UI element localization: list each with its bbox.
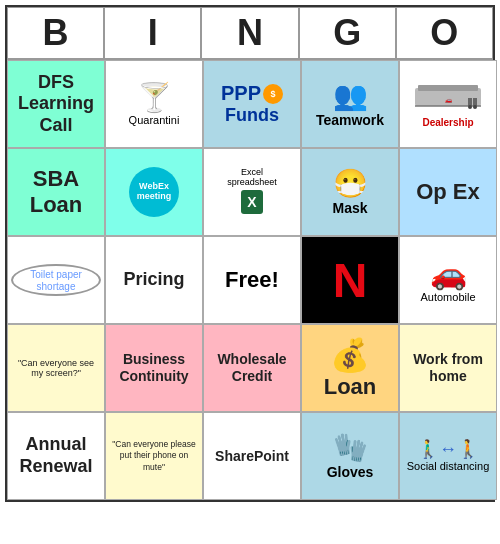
loan-text: Loan — [324, 374, 377, 400]
cell-pricing: Pricing — [105, 236, 203, 324]
cell-sharepoint: SharePoint — [203, 412, 301, 500]
quarantini-text: Quarantini — [129, 114, 180, 127]
gloves-text: Gloves — [327, 464, 374, 481]
wholesale-credit-text: Wholesale Credit — [207, 351, 297, 385]
op-ex-text: Op Ex — [416, 179, 480, 205]
excel-label-text: Excelspreadsheet — [227, 167, 277, 187]
ppp-circle: $ — [263, 84, 283, 104]
bingo-header: B I N G O — [7, 7, 493, 59]
cell-toilet-paper: Toilet paper shortage — [7, 236, 105, 324]
funds-text: Funds — [225, 105, 279, 126]
free-text: Free! — [225, 267, 279, 293]
social-distancing-icon: 🚶‍♂️↔️🚶 — [417, 438, 479, 460]
cell-loan: 💰 Loan — [301, 324, 399, 412]
cell-dealership: 🚗 Dealership — [399, 60, 497, 148]
cell-screen-question: "Can everyone see my screen?" — [7, 324, 105, 412]
cell-phone-mute: "Can everyone please put their phone on … — [105, 412, 203, 500]
teamwork-text: Teamwork — [316, 112, 384, 129]
cell-wholesale-credit: Wholesale Credit — [203, 324, 301, 412]
dfs-learning-text: DFS Learning Call — [11, 72, 101, 137]
teamwork-icon: 👥 — [333, 79, 368, 112]
cell-sba-loan: SBA Loan — [7, 148, 105, 236]
cell-netflix: N — [301, 236, 399, 324]
sba-loan-text: SBA Loan — [11, 166, 101, 218]
business-continuity-text: Business Continuity — [109, 351, 199, 385]
sharepoint-text: SharePoint — [215, 448, 289, 465]
car-icon: 🚗 — [430, 256, 467, 291]
cell-free: Free! — [203, 236, 301, 324]
bingo-card: B I N G O DFS Learning Call 🍸 Quarantini… — [5, 5, 495, 502]
ppp-text: PPP — [221, 82, 261, 105]
loan-icon: 💰 — [330, 336, 370, 374]
cell-annual-renewal: Annual Renewal — [7, 412, 105, 500]
cell-dfs-learning: DFS Learning Call — [7, 60, 105, 148]
cell-automobile: 🚗 Automobile — [399, 236, 497, 324]
social-distancing-text: Social distancing — [407, 460, 490, 473]
cell-work-from-home: Work from home — [399, 324, 497, 412]
cell-ppp-funds: PPP $ Funds — [203, 60, 301, 148]
svg-point-5 — [468, 105, 472, 109]
svg-rect-4 — [473, 98, 477, 106]
cell-op-ex: Op Ex — [399, 148, 497, 236]
bingo-grid: DFS Learning Call 🍸 Quarantini PPP $ Fun… — [7, 59, 493, 500]
phone-mute-text: "Can everyone please put their phone on … — [109, 439, 199, 472]
mask-text: Mask — [332, 200, 367, 217]
letter-i: I — [104, 7, 201, 59]
cell-teamwork: 👥 Teamwork — [301, 60, 399, 148]
cell-mask: 😷 Mask — [301, 148, 399, 236]
cell-social-distancing: 🚶‍♂️↔️🚶 Social distancing — [399, 412, 497, 500]
cell-excel: Excelspreadsheet X — [203, 148, 301, 236]
cell-quarantini: 🍸 Quarantini — [105, 60, 203, 148]
letter-o: O — [396, 7, 493, 59]
dealership-icon: 🚗 — [413, 80, 483, 117]
gloves-icon: 🧤 — [333, 431, 368, 464]
mask-icon: 😷 — [333, 167, 368, 200]
work-from-home-text: Work from home — [403, 351, 493, 385]
cell-webex: WebExmeeting — [105, 148, 203, 236]
cell-business-continuity: Business Continuity — [105, 324, 203, 412]
excel-icon: X — [241, 190, 262, 214]
webex-icon: WebExmeeting — [129, 167, 179, 217]
netflix-icon: N — [333, 253, 368, 308]
automobile-text: Automobile — [420, 291, 475, 304]
martini-icon: 🍸 — [137, 81, 172, 114]
svg-rect-3 — [468, 98, 472, 106]
annual-renewal-text: Annual Renewal — [11, 434, 101, 477]
toilet-paper-text: Toilet paper shortage — [30, 269, 82, 292]
screen-question-text: "Can everyone see my screen?" — [11, 358, 101, 378]
cell-gloves: 🧤 Gloves — [301, 412, 399, 500]
letter-b: B — [7, 7, 104, 59]
svg-rect-1 — [418, 85, 478, 91]
pricing-text: Pricing — [123, 269, 184, 291]
svg-text:🚗: 🚗 — [445, 96, 453, 104]
letter-g: G — [299, 7, 396, 59]
svg-point-6 — [473, 105, 477, 109]
letter-n: N — [201, 7, 298, 59]
dealership-text: Dealership — [422, 117, 473, 129]
